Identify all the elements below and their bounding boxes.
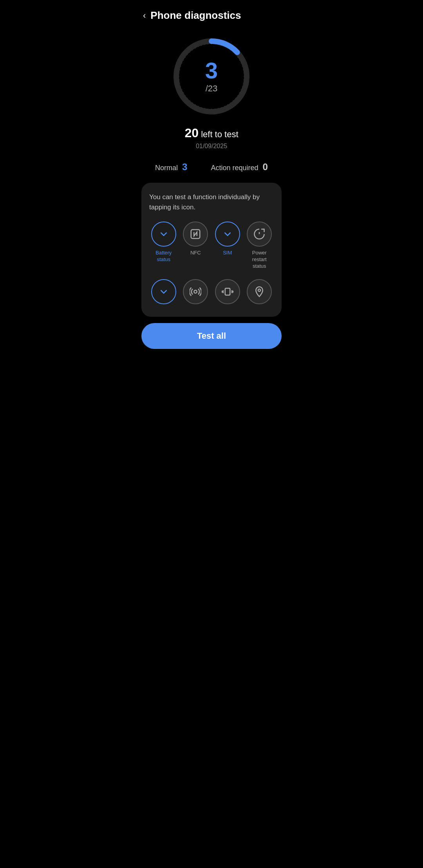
power-restart-label: Powerrestart status (245, 250, 274, 270)
unknown1-icon-circle (151, 279, 176, 304)
donut-chart: 3 /23 (168, 33, 255, 120)
header: ‹ Phone diagnostics (135, 0, 288, 25)
left-count: 20 (184, 126, 199, 140)
nfc-icon (190, 228, 201, 240)
normal-count: 3 (182, 162, 187, 172)
left-label: left to test (201, 129, 238, 139)
back-button[interactable]: ‹ (143, 11, 146, 21)
vibration-icon (222, 286, 233, 298)
svg-rect-65 (225, 288, 230, 295)
vibration-item[interactable] (213, 279, 242, 307)
vibration-icon-circle (215, 279, 240, 304)
sim-icon-circle (215, 222, 240, 247)
nfc-item[interactable]: NFC (181, 222, 210, 270)
power-restart-item[interactable]: Powerrestart status (245, 222, 274, 270)
test-all-button[interactable]: Test all (141, 323, 282, 349)
donut-center: 3 /23 (205, 59, 218, 94)
chevron-down-icon (158, 228, 170, 240)
donut-current: 3 (205, 59, 218, 82)
broadcast-item[interactable] (181, 279, 210, 307)
sim-chevron-icon (222, 228, 233, 240)
location-item[interactable] (245, 279, 274, 307)
power-restart-icon-circle (247, 222, 272, 247)
left-to-test: 20 left to test (184, 126, 238, 140)
unknown1-chevron-icon (158, 286, 170, 298)
nfc-label: NFC (190, 250, 201, 256)
donut-section: 3 /23 20 left to test 01/09/2025 (135, 25, 288, 154)
location-icon (253, 286, 265, 298)
broadcast-icon (190, 286, 201, 298)
action-label: Action required (211, 164, 258, 172)
function-card: You can test a function individually by … (141, 183, 282, 317)
sim-label: SIM (223, 250, 232, 256)
broadcast-icon-circle (183, 279, 208, 304)
sim-item[interactable]: SIM (213, 222, 242, 270)
battery-status-icon-circle (151, 222, 176, 247)
svg-point-70 (258, 289, 260, 291)
battery-status-item[interactable]: Batterystatus (149, 222, 178, 270)
action-count: 0 (263, 162, 268, 172)
action-stat: Action required 0 (211, 162, 268, 173)
stats-row: Normal 3 Action required 0 (135, 154, 288, 176)
nfc-icon-circle (183, 222, 208, 247)
unknown1-item[interactable] (149, 279, 178, 307)
normal-label: Normal (155, 164, 178, 172)
battery-status-label: Batterystatus (155, 250, 172, 263)
normal-stat: Normal 3 (155, 162, 187, 173)
page-title: Phone diagnostics (150, 9, 241, 22)
icons-grid: Batterystatus NFC SIM (149, 222, 274, 307)
donut-total: /23 (205, 84, 218, 94)
location-icon-circle (247, 279, 272, 304)
power-restart-icon (253, 228, 265, 240)
svg-point-64 (194, 290, 197, 293)
date-label: 01/09/2025 (196, 143, 227, 150)
card-hint: You can test a function individually by … (149, 192, 274, 212)
